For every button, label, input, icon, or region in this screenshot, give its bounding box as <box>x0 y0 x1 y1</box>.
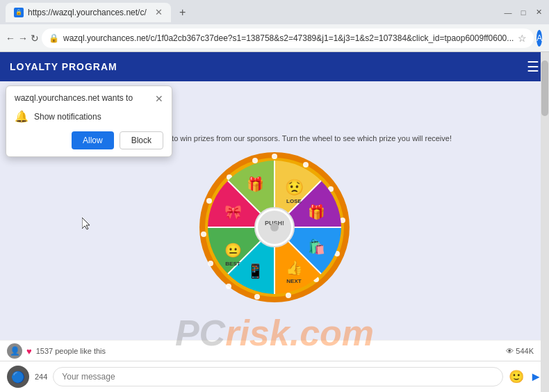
refresh-button[interactable]: ↻ <box>31 28 39 48</box>
address-bar: ← → ↻ 🔒 wazql.yourchances.net/c/1f0a2cb3… <box>0 24 549 52</box>
svg-text:🎁: 🎁 <box>247 176 264 193</box>
svg-point-11 <box>208 261 213 266</box>
tab-favicon: 🔒 <box>14 8 24 17</box>
allow-button[interactable]: Allow <box>72 131 114 149</box>
block-button[interactable]: Block <box>120 131 163 149</box>
notification-popup: wazql.yourchances.net wants to ✕ 🔔 Show … <box>6 85 172 157</box>
eye-icon: 👁 <box>506 347 514 355</box>
bottom-message-bar: 🔵 244 🙂 ► <box>0 361 549 392</box>
popup-close-button[interactable]: ✕ <box>155 93 163 104</box>
comments-count: 244 <box>35 373 47 381</box>
url-bar[interactable]: 🔒 wazql.yourchances.net/c/1f0a2cb367c37d… <box>42 28 534 48</box>
popup-buttons: Allow Block <box>15 131 163 149</box>
svg-point-8 <box>286 293 291 298</box>
scrollbar[interactable] <box>541 52 549 392</box>
svg-text:🎁: 🎁 <box>308 204 325 220</box>
svg-text:🎀: 🎀 <box>224 204 242 220</box>
title-bar: 🔒 https://wazql.yourchances.net/c/ ✕ + —… <box>0 0 549 24</box>
svg-text:🛍️: 🛍️ <box>308 238 325 255</box>
notification-text: Show notifications <box>34 112 101 122</box>
tab-title: https://wazql.yourchances.net/c/ <box>28 8 147 17</box>
window-controls: — □ ✕ <box>503 8 543 17</box>
user-avatar: 🔵 <box>7 366 29 388</box>
svg-point-10 <box>226 284 231 289</box>
forward-button[interactable]: → <box>18 28 28 48</box>
views-count: 👁 544K <box>506 347 534 355</box>
browser-tab[interactable]: 🔒 https://wazql.yourchances.net/c/ ✕ <box>6 3 171 22</box>
back-button[interactable]: ← <box>6 28 15 48</box>
url-text: wazql.yourchances.net/c/1f0a2cb367c37dee… <box>63 33 514 43</box>
viewport: LOYALTY PROGRAM ☰ Thursday, 28 January 2… <box>0 52 549 392</box>
hamburger-menu[interactable]: ☰ <box>527 58 539 75</box>
maximize-button[interactable]: □ <box>518 8 528 17</box>
spin-wheel-container[interactable]: 😟 LOSE 🎁 🛍️ 👍 NEXT 📱 <box>13 151 536 304</box>
site-header-title: LOYALTY PROGRAM <box>10 61 117 72</box>
message-input[interactable] <box>53 367 503 386</box>
popup-header: wazql.yourchances.net wants to ✕ <box>15 93 163 104</box>
heart-icon: ♥ <box>26 346 32 357</box>
bookmark-icon[interactable]: ☆ <box>518 33 527 44</box>
browser-menu-button[interactable]: ⋮ <box>545 31 549 44</box>
svg-point-12 <box>201 231 206 237</box>
browser-window: 🔒 https://wazql.yourchances.net/c/ ✕ + —… <box>0 0 549 392</box>
popup-notification-row: 🔔 Show notifications <box>15 110 163 123</box>
svg-point-3 <box>303 162 309 168</box>
reactions-row: 👤 ♥ 1537 people like this 👁 544K <box>0 340 541 361</box>
svg-point-2 <box>272 154 277 159</box>
svg-text:📱: 📱 <box>247 263 264 279</box>
likes-count: 1537 people like this <box>36 347 106 355</box>
svg-text:BEST: BEST <box>225 261 240 267</box>
emoji-button[interactable]: 🙂 <box>509 369 524 384</box>
svg-point-15 <box>252 158 258 163</box>
scrollbar-thumb[interactable] <box>541 60 548 116</box>
svg-text:😐: 😐 <box>224 242 242 259</box>
popup-title: wazql.yourchances.net wants to <box>15 93 133 103</box>
svg-point-9 <box>254 294 260 300</box>
profile-icon[interactable]: A <box>536 30 542 47</box>
svg-text:👍: 👍 <box>286 259 303 276</box>
tab-close-button[interactable]: ✕ <box>155 7 163 17</box>
minimize-button[interactable]: — <box>503 8 513 17</box>
svg-point-38 <box>270 223 279 231</box>
svg-text:NEXT: NEXT <box>286 278 301 284</box>
site-header: LOYALTY PROGRAM ☰ <box>0 52 549 81</box>
svg-text:😟: 😟 <box>285 178 304 197</box>
reaction-avatar: 👤 <box>7 343 22 359</box>
spin-wheel[interactable]: 😟 LOSE 🎁 🛍️ 👍 NEXT 📱 <box>198 151 351 304</box>
svg-text:LOSE: LOSE <box>286 198 302 204</box>
new-tab-button[interactable]: + <box>174 3 192 22</box>
bell-icon: 🔔 <box>15 110 28 123</box>
close-window-button[interactable]: ✕ <box>534 8 543 17</box>
svg-point-13 <box>206 198 212 204</box>
page-content: LOYALTY PROGRAM ☰ Thursday, 28 January 2… <box>0 52 549 392</box>
